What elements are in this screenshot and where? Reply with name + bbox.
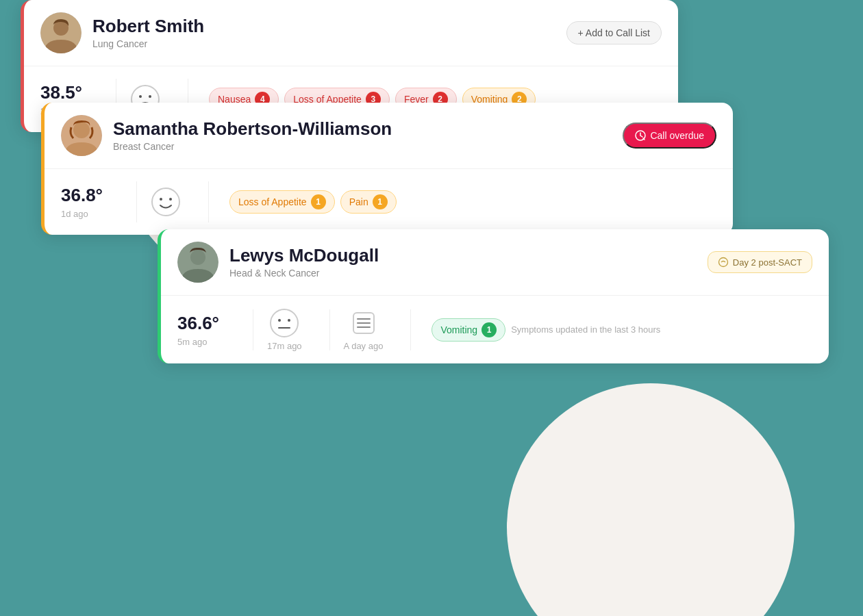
avatar-lewys (177, 242, 218, 283)
patient-condition-robert: Lung Cancer (92, 38, 204, 49)
svg-point-9 (160, 198, 162, 201)
card-body-lewys: 36.6° 5m ago 17m ago A day ago (161, 296, 829, 363)
svg-point-12 (190, 250, 205, 265)
svg-point-14 (271, 309, 298, 337)
avatar-svg-robert (40, 12, 82, 53)
neutral-face-icon (269, 308, 299, 338)
face-time-lewys: 17m ago (267, 341, 302, 351)
divider-lewys-1 (253, 309, 253, 350)
temp-value-samantha: 36.8° (61, 185, 109, 206)
card-header-robert: Robert Smith Lung Cancer + Add to Call L… (24, 0, 678, 66)
patient-condition-lewys: Head & Neck Cancer (229, 268, 379, 279)
symptom-loss-appetite-samantha-label: Loss of Appetite (238, 196, 307, 207)
symptom-loss-appetite-samantha: Loss of Appetite 1 (229, 190, 335, 214)
avatar-svg-lewys (177, 242, 218, 283)
temp-value-robert: 38.5° (40, 82, 88, 103)
card-header-left-samantha: Samantha Robertson-Williamson Breast Can… (61, 115, 392, 156)
card-samantha: Samantha Robertson-Williamson Breast Can… (41, 103, 733, 235)
symptoms-section-samantha: Loss of Appetite 1 Pain 1 (223, 190, 716, 214)
symptom-vomiting-lewys: Vomiting 1 (432, 318, 505, 342)
symptom-list-icon-section: A day ago (344, 308, 397, 351)
patient-name-samantha: Samantha Robertson-Williamson (113, 119, 392, 139)
divider-samantha-2 (208, 181, 209, 222)
card-header-left-lewys: Lewys McDougall Head & Neck Cancer (177, 242, 379, 283)
temp-time-samantha: 1d ago (61, 209, 109, 219)
svg-point-15 (278, 319, 281, 322)
patient-info-samantha: Samantha Robertson-Williamson Breast Can… (113, 119, 392, 152)
temp-section-lewys: 36.6° 5m ago (177, 313, 239, 347)
symptoms-section-lewys: Vomiting 1 Symptoms updated in the last … (425, 318, 812, 342)
background-circle-bottom (507, 383, 795, 616)
symptom-pain-label: Pain (349, 196, 368, 207)
patient-info-robert: Robert Smith Lung Cancer (92, 16, 204, 49)
post-sact-label: Day 2 post-SACT (733, 257, 802, 268)
temp-time-lewys: 5m ago (177, 337, 225, 347)
avatar-svg-samantha (61, 115, 102, 156)
add-to-call-button[interactable]: + Add to Call List (566, 21, 662, 44)
divider-samantha (136, 181, 137, 222)
patient-name-lewys: Lewys McDougall (229, 246, 379, 266)
symptom-pain-count: 1 (373, 194, 388, 209)
avatar-robert (40, 12, 82, 53)
svg-point-13 (718, 258, 727, 267)
symptom-pain: Pain 1 (340, 190, 397, 214)
card-header-samantha: Samantha Robertson-Williamson Breast Can… (45, 103, 733, 169)
avatar-samantha (61, 115, 102, 156)
overdue-icon (635, 130, 646, 141)
svg-point-8 (152, 188, 179, 216)
patient-condition-samantha: Breast Cancer (113, 141, 392, 152)
patient-name-robert: Robert Smith (92, 16, 204, 36)
symptom-time-lewys: A day ago (344, 341, 384, 351)
card-header-left-robert: Robert Smith Lung Cancer (40, 12, 204, 53)
card-header-lewys: Lewys McDougall Head & Neck Cancer Day 2… (161, 229, 829, 296)
divider-lewys-3 (410, 309, 411, 350)
status-text-lewys: Symptoms updated in the last 3 hours (511, 324, 660, 335)
divider-lewys-2 (329, 309, 330, 350)
list-icon (349, 308, 379, 338)
post-sact-badge: Day 2 post-SACT (708, 251, 812, 273)
call-overdue-button[interactable]: Call overdue (623, 123, 716, 149)
emoji-section-samantha (151, 187, 195, 217)
svg-point-16 (288, 319, 290, 322)
svg-point-6 (73, 122, 90, 138)
svg-point-4 (149, 95, 151, 98)
card-body-samantha: 36.8° 1d ago Loss of Appetite 1 Pain 1 (45, 169, 733, 235)
symptom-loss-appetite-samantha-count: 1 (311, 194, 326, 209)
temp-value-lewys: 36.6° (177, 313, 225, 334)
temp-section-samantha: 36.8° 1d ago (61, 185, 123, 219)
sact-icon (718, 257, 729, 268)
call-overdue-label: Call overdue (650, 130, 704, 141)
happy-face-icon (151, 187, 181, 217)
symptom-vomiting-lewys-label: Vomiting (440, 324, 477, 335)
symptom-vomiting-lewys-count: 1 (481, 322, 497, 337)
svg-point-3 (139, 95, 142, 98)
svg-point-10 (169, 198, 172, 201)
card-lewys: Lewys McDougall Head & Neck Cancer Day 2… (158, 229, 829, 363)
patient-info-lewys: Lewys McDougall Head & Neck Cancer (229, 246, 379, 279)
emoji-section-lewys: 17m ago (267, 308, 316, 351)
